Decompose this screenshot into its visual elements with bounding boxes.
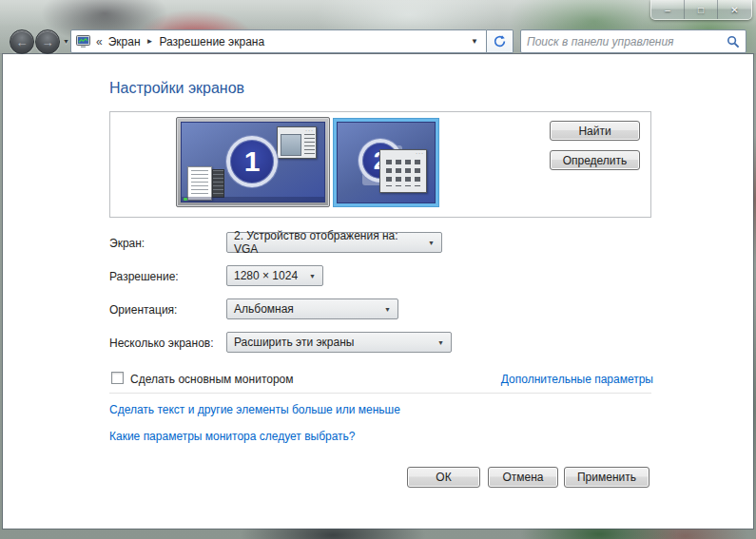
screen-resolution-window: – □ ✕ ← → ▼ « Экран ► Разрешение экрана … bbox=[0, 0, 756, 539]
separator-line bbox=[109, 393, 651, 394]
taskbar-strip bbox=[182, 197, 324, 202]
monitor-help-link[interactable]: Какие параметры монитора следует выбрать… bbox=[109, 430, 356, 443]
multiple-displays-label: Несколько экранов: bbox=[109, 337, 214, 350]
page-title: Настройки экранов bbox=[109, 80, 244, 97]
address-dropdown-icon[interactable]: ▼ bbox=[471, 37, 480, 46]
chevron-down-icon: ▼ bbox=[301, 273, 316, 279]
monitor-1-panel-thumbnail bbox=[212, 169, 224, 198]
text-size-link[interactable]: Сделать текст и другие элементы больше и… bbox=[109, 403, 400, 416]
monitor-1-window-thumbnail: ··· bbox=[277, 126, 317, 159]
display-label: Экран: bbox=[109, 237, 145, 250]
orientation-label: Ориентация: bbox=[109, 303, 177, 317]
monitor-1-screen: ··· 1 bbox=[181, 122, 325, 202]
multiple-displays-select[interactable]: Расширить эти экраны ▼ bbox=[226, 332, 452, 353]
breadcrumb-bar[interactable]: « Экран ► Разрешение экрана ▼ bbox=[70, 29, 487, 53]
advanced-settings-link[interactable]: Дополнительные параметры bbox=[501, 373, 653, 386]
display-select[interactable]: 2. Устройство отображения на: VGA ▼ bbox=[226, 232, 442, 253]
resolution-select[interactable]: 1280 × 1024 ▼ bbox=[226, 265, 323, 286]
breadcrumb-overflow-icon[interactable]: « bbox=[96, 35, 103, 48]
start-orb-icon bbox=[184, 198, 187, 201]
back-arrow-icon: ← bbox=[16, 35, 29, 49]
chevron-down-icon: ▼ bbox=[420, 240, 435, 246]
monitor-1[interactable]: ··· 1 bbox=[176, 117, 330, 207]
back-button[interactable]: ← bbox=[10, 29, 34, 54]
resolution-select-value: 1280 × 1024 bbox=[234, 269, 298, 282]
breadcrumb-item-resolution[interactable]: Разрешение экрана bbox=[159, 35, 264, 48]
breadcrumb-separator-icon[interactable]: ► bbox=[146, 37, 154, 46]
monitor-1-document-thumbnail bbox=[187, 166, 212, 201]
breadcrumb-item-screen[interactable]: Экран bbox=[108, 35, 141, 48]
maximize-icon: □ bbox=[698, 5, 704, 15]
refresh-icon bbox=[493, 34, 507, 48]
window-pane bbox=[281, 134, 301, 156]
close-icon: ✕ bbox=[730, 5, 738, 15]
monitor-1-number-badge: 1 bbox=[226, 136, 278, 187]
search-icon[interactable] bbox=[727, 35, 740, 48]
apply-button[interactable]: Применить bbox=[564, 467, 649, 488]
maximize-button[interactable]: □ bbox=[685, 0, 718, 19]
window-text-lines bbox=[304, 134, 315, 156]
search-box[interactable] bbox=[520, 29, 746, 53]
display-settings-icon bbox=[76, 35, 90, 48]
caption-button-group: – □ ✕ bbox=[650, 0, 752, 20]
chevron-down-icon: ▼ bbox=[377, 306, 391, 313]
document-text-lines bbox=[191, 170, 208, 197]
resolution-label: Разрешение: bbox=[109, 270, 179, 283]
chevron-down-icon: ▼ bbox=[430, 339, 444, 346]
monitor-2-selected[interactable]: 2 ··· bbox=[334, 119, 438, 206]
monitor-2-grid-window-thumbnail: ··· bbox=[379, 149, 427, 193]
monitor-2-screen: 2 ··· bbox=[337, 122, 436, 203]
window-dots-icon: ··· bbox=[305, 127, 314, 133]
identify-button[interactable]: Определить bbox=[550, 150, 640, 170]
ok-button[interactable]: ОК bbox=[407, 467, 480, 488]
multiple-displays-select-value: Расширить эти экраны bbox=[234, 336, 354, 349]
forward-button[interactable]: → bbox=[35, 29, 60, 54]
minimize-button[interactable]: – bbox=[651, 0, 685, 19]
make-primary-checkbox[interactable] bbox=[111, 372, 124, 384]
refresh-button[interactable] bbox=[487, 29, 514, 53]
orientation-select[interactable]: Альбомная ▼ bbox=[226, 298, 398, 319]
minimize-icon: – bbox=[665, 5, 670, 15]
display-select-value: 2. Устройство отображения на: VGA bbox=[234, 229, 420, 256]
search-input[interactable] bbox=[527, 35, 727, 48]
make-primary-label: Сделать основным монитором bbox=[130, 373, 294, 386]
close-button[interactable]: ✕ bbox=[718, 0, 751, 19]
history-dropdown-button[interactable]: ▼ bbox=[63, 38, 69, 45]
orientation-select-value: Альбомная bbox=[234, 302, 294, 316]
button-grid-icon bbox=[386, 160, 422, 186]
forward-arrow-icon: → bbox=[42, 35, 54, 49]
window-dots-icon: ··· bbox=[416, 150, 424, 156]
find-button[interactable]: Найти bbox=[550, 121, 640, 141]
cancel-button[interactable]: Отмена bbox=[488, 467, 558, 488]
monitor-1-number: 1 bbox=[244, 145, 261, 178]
